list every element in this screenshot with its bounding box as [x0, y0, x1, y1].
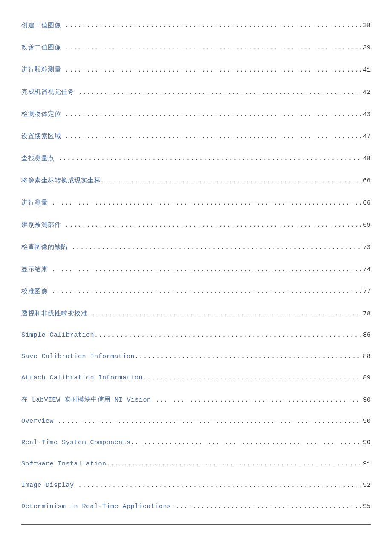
- toc-entry-page: 90: [361, 439, 371, 446]
- toc-leader-dots: [65, 66, 361, 74]
- toc-entry: Simple Calibration86: [21, 332, 371, 339]
- toc-entry-title[interactable]: 设置搜索区域: [21, 132, 65, 140]
- toc-entry-title[interactable]: 在 LabVIEW 实时模块中使用 NI Vision: [21, 396, 151, 404]
- toc-leader-dots: [135, 353, 361, 360]
- toc-entry-title[interactable]: Real-Time System Components: [21, 439, 131, 446]
- toc-leader-dots: [58, 418, 361, 425]
- toc-leader-dots: [52, 266, 361, 273]
- toc-entry-title[interactable]: 校准图像: [21, 287, 52, 295]
- toc-entry-page: 38: [361, 22, 371, 29]
- toc-entry-page: 95: [361, 503, 371, 510]
- footer-rule: [21, 524, 371, 525]
- toc-entry-title[interactable]: 辨别被测部件: [21, 221, 65, 229]
- toc-entry: Attach Calibration Information89: [21, 374, 371, 382]
- toc-leader-dots: [78, 89, 361, 96]
- toc-entry: Software Installation91: [21, 460, 371, 468]
- toc-leader-dots: [65, 44, 361, 52]
- toc-entry-page: 74: [361, 266, 371, 273]
- toc-entry: 辨别被测部件69: [21, 221, 371, 229]
- toc-entry-title[interactable]: Software Installation: [21, 460, 107, 468]
- toc-leader-dots: [131, 439, 361, 446]
- toc-leader-dots: [94, 332, 361, 339]
- toc-entry: Image Display92: [21, 482, 371, 489]
- toc-entry: Determinism in Real-Time Applications95: [21, 503, 371, 510]
- toc-page: 创建二值图像38改善二值图像39进行颗粒测量41完成机器视觉任务42检测物体定位…: [0, 0, 392, 538]
- toc-entry-page: 39: [361, 44, 371, 52]
- toc-entry: 显示结果74: [21, 265, 371, 273]
- toc-entry-page: 69: [361, 222, 371, 229]
- toc-entry-page: 47: [361, 133, 371, 140]
- toc-entry-page: 43: [361, 111, 371, 118]
- toc-entry-page: 42: [361, 89, 371, 96]
- toc-leader-dots: [72, 244, 361, 251]
- toc-leader-dots: [107, 460, 361, 468]
- toc-entry: Overview90: [21, 418, 371, 425]
- toc-entry-title[interactable]: Attach Calibration Information: [21, 374, 143, 382]
- toc-entry: 透视和非线性畸变校准78: [21, 309, 371, 318]
- toc-entry: Save Calibration Information88: [21, 353, 371, 360]
- toc-leader-dots: [65, 222, 361, 229]
- toc-entry: 将像素坐标转换成现实坐标66: [21, 176, 371, 185]
- toc-entry: 检查图像的缺陷73: [21, 243, 371, 251]
- toc-entry-page: 90: [361, 396, 371, 404]
- toc-entry-page: 92: [361, 482, 371, 489]
- toc-leader-dots: [65, 22, 361, 29]
- toc-entry-title[interactable]: Determinism in Real-Time Applications: [21, 503, 171, 510]
- toc-entry-page: 77: [361, 288, 371, 295]
- toc-entry: 设置搜索区域47: [21, 132, 371, 140]
- toc-entry-title[interactable]: 创建二值图像: [21, 21, 65, 29]
- toc-entry-page: 73: [361, 244, 371, 251]
- toc-entry-title[interactable]: 改善二值图像: [21, 43, 65, 52]
- toc-leader-dots: [101, 177, 361, 185]
- toc-entry-page: 88: [361, 353, 371, 360]
- toc-entry-page: 66: [361, 177, 371, 185]
- toc-entry-title[interactable]: 透视和非线性畸变校准: [21, 309, 87, 318]
- toc-entry-page: 89: [361, 374, 371, 382]
- toc-entry-title[interactable]: Overview: [21, 418, 58, 425]
- toc-entry-title[interactable]: 进行颗粒测量: [21, 66, 65, 74]
- toc-entry-page: 78: [361, 310, 371, 318]
- toc-leader-dots: [78, 482, 361, 489]
- toc-entry: 改善二值图像39: [21, 43, 371, 52]
- toc-leader-dots: [52, 199, 361, 207]
- toc-entry-page: 48: [361, 155, 371, 162]
- toc-leader-dots: [171, 503, 361, 510]
- toc-list: 创建二值图像38改善二值图像39进行颗粒测量41完成机器视觉任务42检测物体定位…: [21, 21, 371, 510]
- toc-entry-title[interactable]: 检查图像的缺陷: [21, 243, 72, 251]
- toc-entry: 进行测量66: [21, 199, 371, 207]
- toc-entry: Real-Time System Components90: [21, 439, 371, 446]
- toc-entry-title[interactable]: Simple Calibration: [21, 332, 94, 339]
- toc-entry-title[interactable]: 完成机器视觉任务: [21, 88, 78, 96]
- toc-leader-dots: [65, 133, 361, 140]
- toc-entry-title[interactable]: 将像素坐标转换成现实坐标: [21, 176, 101, 185]
- toc-entry-page: 90: [361, 418, 371, 425]
- toc-entry-title[interactable]: Image Display: [21, 482, 78, 489]
- toc-leader-dots: [65, 111, 361, 118]
- toc-entry-page: 91: [361, 460, 371, 468]
- toc-entry: 完成机器视觉任务42: [21, 88, 371, 96]
- toc-entry: 创建二值图像38: [21, 21, 371, 29]
- toc-leader-dots: [143, 374, 361, 382]
- toc-entry: 校准图像77: [21, 287, 371, 295]
- toc-entry: 检测物体定位43: [21, 110, 371, 118]
- toc-entry-title[interactable]: 显示结果: [21, 265, 52, 273]
- toc-leader-dots: [58, 155, 361, 162]
- toc-entry-title[interactable]: 检测物体定位: [21, 110, 65, 118]
- toc-entry: 在 LabVIEW 实时模块中使用 NI Vision90: [21, 396, 371, 404]
- toc-entry: 进行颗粒测量41: [21, 66, 371, 74]
- toc-leader-dots: [151, 396, 361, 404]
- toc-entry-page: 66: [361, 199, 371, 207]
- toc-entry-title[interactable]: 查找测量点: [21, 154, 58, 162]
- toc-entry-title[interactable]: Save Calibration Information: [21, 353, 135, 360]
- toc-entry-title[interactable]: 进行测量: [21, 199, 52, 207]
- toc-leader-dots: [87, 310, 361, 318]
- toc-entry-page: 41: [361, 66, 371, 74]
- toc-entry-page: 86: [361, 332, 371, 339]
- toc-entry: 查找测量点48: [21, 154, 371, 162]
- toc-leader-dots: [52, 288, 361, 295]
